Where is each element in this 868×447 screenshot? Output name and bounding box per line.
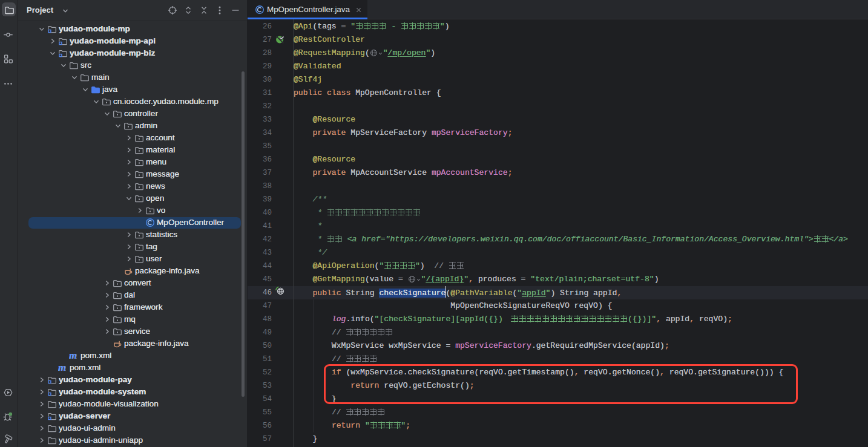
svg-text:m: m <box>58 363 66 373</box>
svg-text:m: m <box>69 351 77 361</box>
